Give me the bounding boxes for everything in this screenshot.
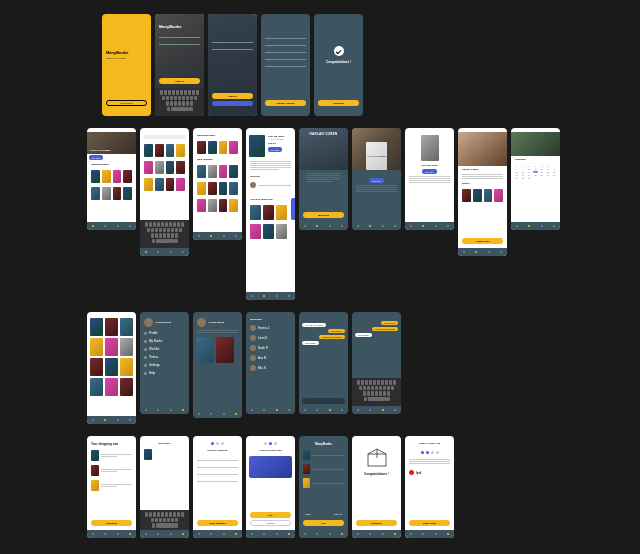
menu-item[interactable]: Profile — [140, 329, 189, 337]
book-cover[interactable] — [263, 224, 274, 239]
keyboard[interactable] — [352, 378, 401, 406]
address-zip[interactable] — [197, 477, 238, 482]
save-address-button[interactable]: Save address — [197, 520, 238, 526]
paypal-button[interactable]: PayPal — [250, 520, 291, 526]
book-cover[interactable] — [197, 182, 206, 195]
book-cover[interactable] — [102, 170, 111, 183]
email-field[interactable] — [159, 33, 200, 38]
book-cover[interactable] — [473, 189, 482, 202]
book-cover[interactable] — [276, 224, 287, 239]
pay-button[interactable]: Pay — [250, 512, 291, 518]
book-cover[interactable] — [250, 224, 261, 239]
continue-button[interactable]: Continue — [356, 520, 397, 526]
book-cover[interactable] — [166, 144, 175, 157]
extra-field[interactable] — [265, 62, 306, 67]
book-cover[interactable] — [229, 182, 238, 195]
menu-item[interactable]: Help — [140, 369, 189, 377]
book-cover[interactable] — [494, 189, 503, 202]
book-cover[interactable] — [219, 141, 228, 154]
profile-avatar[interactable] — [144, 318, 153, 327]
book-cover[interactable] — [196, 337, 214, 363]
book-cover[interactable] — [123, 170, 132, 183]
book-cover[interactable] — [90, 338, 103, 356]
book-cover[interactable] — [144, 144, 153, 157]
confirm-button[interactable]: Pay — [303, 520, 344, 526]
continue-button[interactable]: Continue — [318, 100, 359, 106]
book-cover[interactable] — [229, 165, 238, 178]
book-cover[interactable] — [105, 318, 118, 336]
book-cover[interactable] — [219, 182, 228, 195]
book-cover[interactable] — [208, 141, 217, 154]
book-cover[interactable] — [250, 205, 261, 220]
book-cover[interactable] — [90, 378, 103, 396]
alt-auth-button[interactable] — [212, 101, 253, 106]
create-account-button[interactable]: Create Account — [265, 100, 306, 106]
book-cover[interactable] — [105, 378, 118, 396]
bottom-nav[interactable] — [193, 232, 242, 240]
book-cover[interactable] — [176, 144, 185, 157]
book-cover[interactable] — [229, 141, 238, 154]
cart-item[interactable] — [87, 448, 136, 463]
menu-item[interactable]: Wishlist — [140, 345, 189, 353]
bottom-nav[interactable] — [87, 416, 136, 424]
book-cover[interactable] — [176, 178, 185, 191]
address-line1[interactable] — [197, 456, 238, 461]
bottom-nav[interactable] — [299, 406, 348, 414]
book-cover[interactable] — [144, 161, 153, 174]
address-city[interactable] — [197, 470, 238, 475]
book-cover[interactable] — [484, 189, 493, 202]
book-cover[interactable] — [208, 165, 217, 178]
book-cover[interactable] — [219, 165, 228, 178]
bottom-nav[interactable] — [405, 530, 454, 538]
keyboard[interactable] — [155, 88, 204, 116]
buy-button[interactable]: Buy Now — [369, 178, 383, 183]
cart-item[interactable] — [87, 463, 136, 478]
email-field[interactable] — [265, 41, 306, 46]
bottom-nav[interactable] — [193, 410, 242, 418]
bottom-nav[interactable] — [511, 222, 560, 230]
featured-cta[interactable]: Buy Now — [89, 155, 103, 160]
signin-button[interactable]: Sign In — [159, 78, 200, 84]
book-cover[interactable] — [105, 358, 118, 376]
bottom-nav[interactable] — [140, 248, 189, 256]
bottom-nav[interactable] — [299, 530, 348, 538]
bottom-nav[interactable] — [299, 222, 348, 230]
keyboard[interactable] — [140, 220, 189, 248]
book-cover[interactable] — [155, 178, 164, 191]
book-cover[interactable] — [113, 170, 122, 183]
book-cover[interactable] — [462, 189, 471, 202]
bottom-nav[interactable] — [352, 222, 401, 230]
bottom-nav[interactable] — [246, 530, 295, 538]
side-tab[interactable] — [291, 198, 295, 220]
cart-item[interactable] — [140, 447, 189, 462]
recommended-list[interactable] — [87, 168, 136, 185]
confirm-field[interactable] — [265, 55, 306, 60]
bottom-nav[interactable] — [87, 530, 136, 538]
contact-item[interactable]: Ava R. — [246, 353, 295, 363]
contact-item[interactable]: Emma J. — [246, 323, 295, 333]
menu-item[interactable]: Settings — [140, 361, 189, 369]
signin-button[interactable]: Sign In — [212, 93, 253, 99]
book-cover[interactable] — [120, 338, 133, 356]
follow-button[interactable]: Add to Cart — [462, 238, 503, 244]
book-cover[interactable] — [229, 199, 238, 212]
book-cover[interactable] — [120, 378, 133, 396]
buy-button[interactable]: Buy Now — [422, 169, 436, 174]
book-cover[interactable] — [176, 161, 185, 174]
book-cover[interactable] — [90, 358, 103, 376]
contact-item[interactable]: Liam K. — [246, 333, 295, 343]
book-cover[interactable] — [90, 318, 103, 336]
book-cover[interactable] — [166, 178, 175, 191]
credit-card[interactable] — [249, 456, 292, 478]
checkout-button[interactable]: Checkout — [91, 520, 132, 526]
book-cover[interactable] — [197, 165, 206, 178]
book-cover[interactable] — [263, 205, 274, 220]
contact-item[interactable]: Noah P. — [246, 343, 295, 353]
search-input[interactable] — [143, 135, 186, 139]
buy-button[interactable]: Buy Now — [303, 212, 344, 218]
password-field[interactable] — [159, 40, 200, 45]
book-cover[interactable] — [155, 144, 164, 157]
get-started-button[interactable]: Get Started — [106, 100, 147, 106]
book-cover[interactable] — [91, 170, 100, 183]
menu-item[interactable]: Orders — [140, 353, 189, 361]
